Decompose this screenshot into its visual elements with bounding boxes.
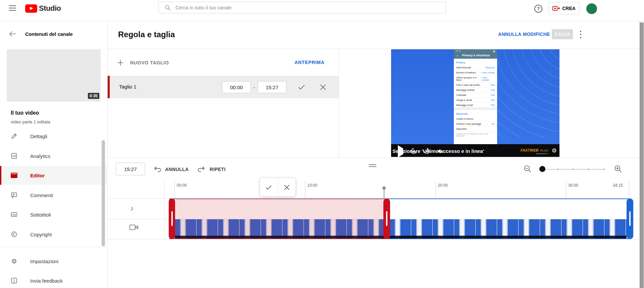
phone-settings-row: Chiamate Tutti: [454, 93, 497, 98]
back-arrow-icon: [9, 31, 16, 37]
channel-search[interactable]: [158, 2, 446, 13]
phone-settings-row: Sicurezza: [454, 110, 497, 116]
close-icon: [283, 183, 291, 191]
delete-cut-button[interactable]: [319, 83, 327, 92]
playhead-stem: [384, 190, 384, 198]
timeline-current-time-input[interactable]: [116, 163, 145, 175]
watermark-brand: FASTWEB: [521, 148, 539, 152]
track-gutter-divider: [164, 181, 165, 239]
sidebar-item-analytics[interactable]: Analytics: [0, 147, 108, 165]
duration-badge: 0:35: [88, 93, 99, 99]
phone-back-icon: ←: [456, 54, 459, 57]
panel-resize-handle[interactable]: [369, 164, 376, 168]
sidebar-divider: [0, 247, 108, 247]
trim-handle-left[interactable]: [169, 198, 175, 239]
watermark: FASTWEB PLUS fastwebplus.it: [521, 147, 548, 155]
phone-settings-row: Ultimo accesso e in linea I miei contatt…: [454, 75, 497, 82]
range-separator: -: [253, 84, 255, 91]
analytics-icon: [10, 152, 18, 160]
sidebar-item-editor[interactable]: Editor: [0, 166, 108, 185]
cut-start-input[interactable]: [222, 81, 251, 93]
camera-icon: [129, 224, 138, 231]
preview-button[interactable]: ANTEPRIMA: [294, 60, 325, 65]
undo-button[interactable]: ANNULLA: [165, 167, 189, 172]
sidebar-item-commenti[interactable]: Commenti: [0, 186, 108, 205]
video-subtitle: video parte 1 editata: [11, 119, 50, 124]
sidebar-item-invia-feedback[interactable]: Invia feedback: [0, 271, 108, 288]
undo-changes-button[interactable]: ANNULLA MODIFICHE: [498, 32, 550, 37]
hamburger-menu-icon[interactable]: [9, 5, 16, 11]
phone-settings-row: Gestisci le tue sessioni su tutti i tuoi…: [454, 131, 497, 138]
play-button[interactable]: [398, 149, 403, 155]
phone-settings-row: Dispositivi: [454, 126, 497, 131]
phone-status-icons: ▮▮: [493, 50, 495, 52]
ruler-label: 30:00: [568, 183, 578, 188]
account-avatar[interactable]: [586, 3, 597, 14]
save-button[interactable]: SALVA: [552, 29, 573, 39]
sidebar-item-impostazioni[interactable]: ⚙ Impostazioni: [0, 252, 108, 271]
sidebar: Contenuti del canale 0:35 Il tuo video v…: [0, 21, 108, 288]
search-input[interactable]: [175, 5, 446, 10]
play-icon: [398, 145, 403, 157]
ruler-tick: [305, 181, 305, 198]
youtube-play-icon: [25, 4, 37, 13]
phone-screen-title: Privacy e sicurezza: [462, 54, 490, 57]
music-note-icon: ♪: [130, 205, 133, 212]
phone-screenshot: 17:37 ▮▮ ← Privacy e sicurezza Privacy: [454, 49, 497, 144]
trim-confirm-button[interactable]: [260, 178, 278, 196]
playhead[interactable]: [382, 186, 386, 190]
cut-end-input[interactable]: [258, 81, 286, 93]
phone-settings-row: Utenti bloccati Nessuno: [454, 65, 497, 70]
question-icon: ?: [537, 6, 540, 11]
watermark-url: fastwebplus.it: [521, 153, 548, 155]
header-divider: [108, 49, 644, 49]
check-icon: [265, 183, 273, 191]
video-player[interactable]: 17:37 ▮▮ ← Privacy e sicurezza Privacy: [391, 49, 559, 157]
player-settings-button[interactable]: ⚙: [552, 147, 557, 154]
trim-confirm-popup: [260, 178, 296, 196]
back-navigation[interactable]: Contenuti del canale: [0, 29, 108, 40]
trim-region[interactable]: [172, 198, 386, 239]
crea-button[interactable]: CREA: [548, 2, 580, 14]
clip-end-handle[interactable]: [627, 198, 633, 239]
zoom-in-icon[interactable]: [614, 165, 623, 173]
sidebar-item-dettagli[interactable]: Dettagli: [0, 127, 108, 146]
zoom-slider[interactable]: [543, 169, 605, 170]
page-scrollbar-thumb[interactable]: [640, 22, 644, 288]
rewind-10-button[interactable]: 10: [410, 148, 417, 155]
gear-icon: ⚙: [10, 257, 18, 265]
forward-10-button[interactable]: 10: [423, 148, 431, 155]
ruler-label: 34:15: [613, 183, 623, 188]
overflow-menu-button[interactable]: [579, 30, 583, 39]
trim-cancel-button[interactable]: [278, 178, 296, 196]
ruler-label: 10:00: [307, 183, 317, 188]
zoom-out-icon[interactable]: [523, 165, 532, 173]
cut-color-bar: [108, 76, 110, 98]
phone-settings-row: Privacy: [454, 59, 497, 65]
phone-settings-row: Numero di telefono I miei contatti: [454, 70, 497, 75]
volume-button[interactable]: [437, 148, 443, 155]
subtitles-icon: [10, 211, 18, 219]
zoom-slider-thumb[interactable]: [539, 166, 545, 172]
ruler-tick: [566, 181, 566, 198]
sidebar-scrollbar[interactable]: [102, 140, 105, 246]
confirm-cut-button[interactable]: [297, 83, 306, 92]
sidebar-item-copyright[interactable]: Copyright: [0, 225, 108, 244]
pencil-icon: [10, 132, 18, 140]
create-video-icon: [552, 6, 560, 11]
phone-settings-row: Gruppi e canali Tutti: [454, 98, 497, 103]
phone-settings-row: Codice di blocco: [454, 116, 497, 121]
cut-row[interactable]: Taglio 1 -: [108, 76, 339, 98]
help-button[interactable]: ?: [534, 5, 542, 13]
timeline-divider: [108, 158, 644, 158]
youtube-studio-app: Studio ? CREA Contenuti del canale 0:35: [0, 0, 644, 288]
youtube-studio-logo[interactable]: Studio: [25, 4, 61, 13]
ruler-label: 00:00: [177, 183, 187, 188]
new-cut-button[interactable]: NUOVO TAGLIO: [130, 60, 169, 65]
svg-text:10: 10: [426, 150, 428, 153]
sidebar-item-sottotitoli[interactable]: Sottotitoli: [0, 205, 108, 224]
back-label: Contenuti del canale: [25, 32, 73, 37]
redo-button[interactable]: RIPETI: [210, 167, 226, 172]
trim-handle-right[interactable]: [383, 198, 390, 239]
page-scrollbar[interactable]: [639, 21, 644, 288]
